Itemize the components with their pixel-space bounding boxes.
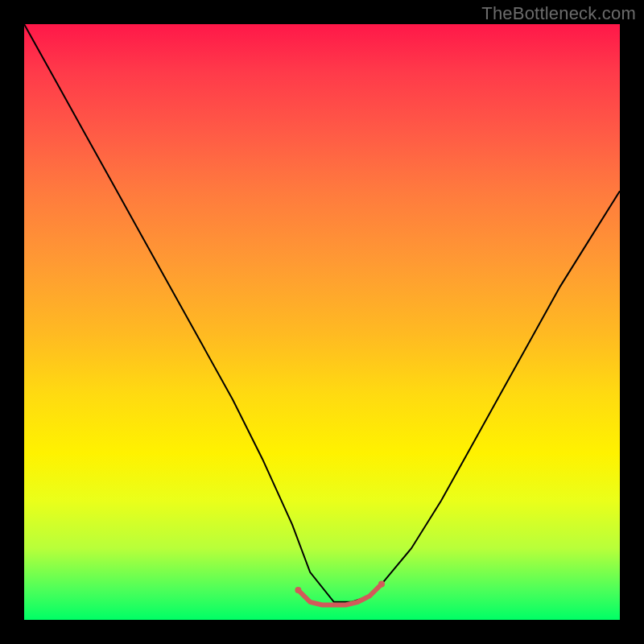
bottleneck-curve bbox=[24, 24, 620, 602]
plot-svg bbox=[24, 24, 620, 620]
band-endpoint-right-icon bbox=[378, 581, 385, 588]
band-endpoint-left-icon bbox=[295, 587, 301, 593]
watermark-text: TheBottleneck.com bbox=[481, 3, 636, 24]
plot-area bbox=[24, 24, 620, 620]
chart-frame: TheBottleneck.com bbox=[0, 0, 644, 644]
